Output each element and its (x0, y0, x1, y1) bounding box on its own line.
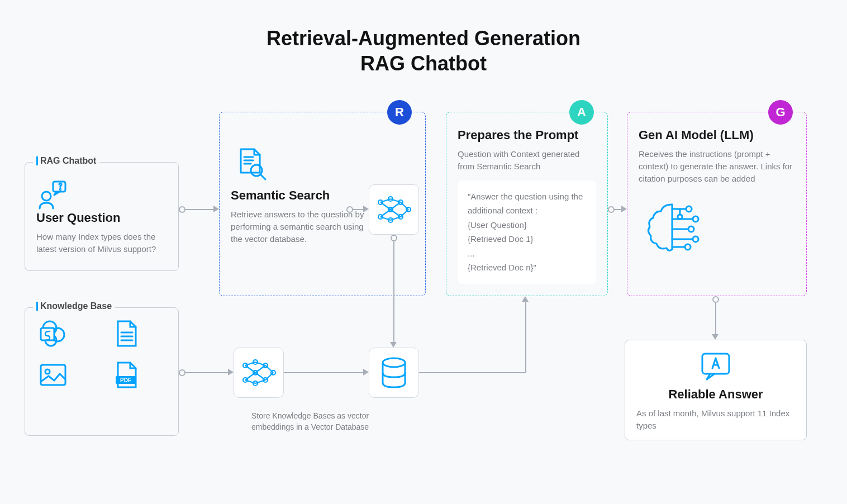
generate-title: Gen AI Model (LLM) (639, 128, 795, 142)
knowledge-base-box: Knowledge Base PDF (25, 307, 179, 436)
title-line-2: RAG Chatbot (360, 52, 487, 75)
svg-point-11 (45, 369, 50, 374)
svg-point-2 (60, 189, 61, 190)
svg-line-59 (245, 373, 255, 380)
prompt-card: "Answer the question using the additiona… (458, 180, 596, 284)
arrow-icon (522, 296, 529, 302)
prompt-line-1: "Answer the question using the additiona… (468, 189, 586, 218)
connector-line (353, 209, 363, 210)
connector-line (185, 372, 228, 373)
connector-line (393, 241, 394, 342)
sharepoint-icon (37, 318, 69, 349)
svg-point-44 (693, 236, 698, 242)
neural-net-tile-retrieval (369, 184, 419, 235)
brain-chip-icon (639, 198, 706, 259)
prompt-line-3: {Retrieved Doc 1} (468, 232, 586, 246)
svg-line-28 (380, 202, 391, 210)
connector-dot (346, 206, 353, 213)
retrieval-desc: Retrieve answers to the question by perf… (231, 208, 376, 245)
search-document-icon (231, 145, 270, 184)
arrow-icon (213, 206, 219, 212)
svg-line-29 (380, 210, 391, 217)
diagram-title: Retrieval-Augmented Generation RAG Chatb… (0, 26, 847, 76)
arrow-icon (363, 206, 369, 212)
svg-point-38 (686, 206, 692, 212)
augment-box: A Prepares the Prompt Question with Cont… (446, 112, 608, 296)
svg-point-0 (42, 192, 51, 201)
connector-dot (179, 206, 185, 213)
svg-line-33 (391, 210, 401, 217)
connector-line (419, 372, 526, 373)
answer-desc: As of last month, Milvus support 11 Inde… (636, 407, 795, 432)
augment-title: Prepares the Prompt (458, 128, 596, 142)
prompt-line-2: {User Question} (468, 218, 586, 232)
connector-line (185, 209, 213, 210)
answer-box: Reliable Answer As of last month, Milvus… (625, 340, 807, 440)
user-box-label-text: RAG Chatbot (40, 156, 96, 166)
user-question-title: User Question (36, 211, 167, 225)
neural-network-icon (241, 358, 277, 388)
svg-point-67 (383, 358, 405, 367)
augment-desc: Question with Context generated from Sem… (458, 148, 596, 173)
neural-network-icon (376, 194, 412, 225)
arrow-icon (712, 334, 718, 340)
svg-line-35 (401, 202, 408, 210)
svg-point-40 (693, 216, 698, 222)
prompt-line-5: {Retrieved Doc n}" (468, 260, 586, 275)
retrieval-badge: R (387, 100, 412, 125)
svg-line-58 (245, 365, 255, 373)
connector-line (525, 302, 526, 373)
database-tile (369, 348, 419, 398)
svg-line-65 (265, 365, 273, 373)
connector-dot (179, 369, 185, 376)
svg-point-46 (685, 244, 691, 250)
prompt-line-4: ... (468, 246, 586, 261)
connector-dot (608, 206, 615, 213)
svg-line-32 (391, 202, 401, 210)
arrow-icon (621, 206, 627, 212)
svg-text:PDF: PDF (120, 377, 131, 383)
svg-rect-6 (41, 328, 54, 340)
arrow-icon (390, 342, 397, 348)
augment-badge: A (569, 100, 594, 125)
kb-label: Knowledge Base (33, 301, 115, 311)
arrow-icon (228, 369, 234, 375)
generate-desc: Receives the instructions (prompt + cont… (639, 148, 795, 184)
answer-title: Reliable Answer (636, 387, 795, 402)
answer-bubble-icon (698, 350, 734, 383)
svg-rect-68 (702, 354, 729, 374)
arrow-icon (363, 369, 369, 375)
connector-line (615, 209, 621, 210)
svg-point-48 (678, 215, 682, 219)
generate-box: G Gen AI Model (LLM) Receives the instru… (627, 112, 807, 296)
svg-point-42 (688, 226, 694, 232)
user-question-icon (36, 177, 70, 211)
document-lines-icon (110, 318, 141, 349)
generate-badge: G (768, 100, 793, 125)
embed-desc: Store Knowledge Bases as vector embeddin… (251, 410, 386, 433)
image-icon (37, 359, 69, 391)
kb-label-text: Knowledge Base (40, 301, 112, 311)
svg-line-63 (255, 373, 265, 380)
svg-line-36 (401, 210, 408, 217)
svg-line-62 (255, 365, 265, 373)
connector-line (715, 303, 716, 334)
connector-dot (712, 296, 719, 303)
connector-dot (391, 235, 397, 241)
pdf-icon: PDF (110, 359, 141, 391)
database-icon (378, 356, 410, 389)
user-question-desc: How many Index types does the latest ver… (36, 231, 167, 255)
connector-line (284, 372, 363, 373)
user-box-label: RAG Chatbot (33, 156, 99, 166)
title-line-1: Retrieval-Augmented Generation (267, 27, 580, 50)
svg-line-66 (265, 373, 273, 380)
svg-line-18 (261, 175, 265, 179)
user-question-box: RAG Chatbot User Question How many Index… (25, 162, 179, 271)
neural-net-tile-embed (234, 348, 284, 398)
